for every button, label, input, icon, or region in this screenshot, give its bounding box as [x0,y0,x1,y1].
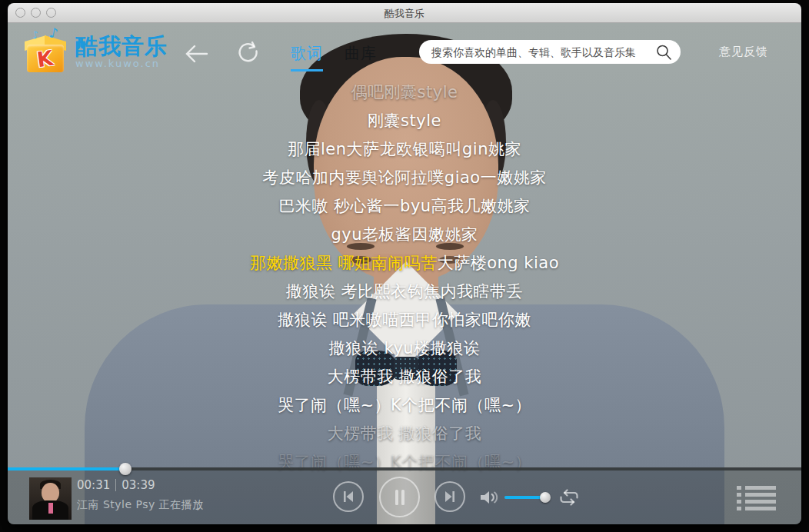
playlist-icon[interactable] [737,486,776,514]
kuwo-logo-icon: K ♪ ♪ [23,29,68,74]
total-time: 03:39 [122,478,155,492]
kuwo-logo[interactable]: K ♪ ♪ 酷我音乐 www.kuwo.cn [23,29,168,74]
skip-back-icon [341,490,356,504]
pause-button[interactable] [379,477,420,517]
repeat-icon[interactable] [558,489,580,506]
lyric-line: gyu老板酱因嫩姚家 [8,221,801,249]
lyric-line: 大楞带我 撒狼俗了我 [8,420,801,448]
time-divider [115,479,116,491]
now-playing-label: 江南 Style Psy 正在播放 [77,498,204,512]
feedback-link[interactable]: 意见反馈 [719,45,768,59]
lyric-line: 撒狼诶 kyu楼撒狼诶 [8,334,801,363]
app-window: 酷我音乐 K ♪ ♪ 酷我音乐 [8,3,801,524]
search-icon[interactable] [654,43,673,62]
volume-slider[interactable] [504,496,551,499]
album-art[interactable] [29,477,72,520]
brand-name: 酷我音乐 [75,35,168,58]
volume-fill [504,496,545,499]
tab-lyrics[interactable]: 歌词 [291,43,323,71]
lyric-line: 刚囊style [8,107,801,135]
lyric-line: 撒狼诶 吧米嗷喵西甲你怕家吧你嫩 [8,306,801,334]
search-bar[interactable] [419,40,681,64]
lyric-line: 考皮哈加内要舆论阿拉噗giao一嫩姚家 [8,164,801,192]
current-time: 00:31 [77,478,110,492]
logo-k-letter: K [35,46,55,72]
back-icon[interactable] [183,40,211,68]
refresh-icon[interactable] [235,40,263,68]
progress-handle[interactable] [119,463,132,475]
lyric-line: 哭了闹（嘿~）K个把不闹（嘿~） [8,391,801,420]
lyric-line: 大楞带我 撒狼俗了我 [8,363,801,391]
next-button[interactable] [434,481,465,512]
previous-button[interactable] [333,481,364,512]
titlebar: 酷我音乐 [8,3,801,23]
lyric-sung-text: 那嫩撒狼黑 哪姐南闹吗苦 [250,254,438,272]
music-note-icon: ♪ [32,28,40,41]
progress-bar[interactable] [8,467,801,470]
volume-handle[interactable] [540,492,551,503]
lyric-line: 撒狼诶 考比熙衣钩焦内我瞎带丢 [8,278,801,306]
volume-icon[interactable] [480,489,500,506]
window-title: 酷我音乐 [8,7,801,21]
progress-fill [8,467,125,470]
pause-icon [393,489,407,506]
time-display: 00:31 03:39 [77,478,155,492]
lyric-line: 巴米嗷 秒心酱一byu高我几嫩姚家 [8,192,801,221]
top-nav: K ♪ ♪ 酷我音乐 www.kuwo.cn 歌词 曲库 意见反馈 [8,23,801,85]
player-bar: 00:31 03:39 江南 Style Psy 正在播放 [8,467,801,524]
search-input[interactable] [431,46,654,58]
lyric-line: 那届len大萨龙欧银噶叫gin姚家 [8,135,801,164]
skip-forward-icon [442,490,458,504]
brand-url: www.kuwo.cn [75,58,168,69]
lyric-unsung-text: 大萨楼ong kiao [438,254,559,272]
lyrics-panel: 偶吧刚囊style刚囊style那届len大萨龙欧银噶叫gin姚家考皮哈加内要舆… [8,78,801,477]
tab-library[interactable]: 曲库 [345,43,377,64]
lyric-line: 那嫩撒狼黑 哪姐南闹吗苦大萨楼ong kiao [8,249,801,278]
